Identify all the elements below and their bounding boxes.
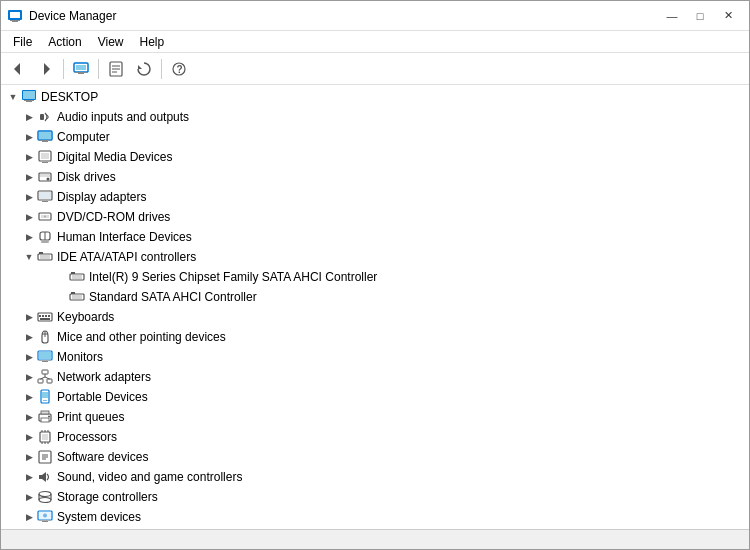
svg-rect-28	[42, 162, 48, 163]
desktop-label: DESKTOP	[41, 90, 98, 104]
expander-disk[interactable]: ▶	[21, 169, 37, 185]
tree-row-disk[interactable]: ▶ Disk drives	[1, 167, 749, 187]
computer-icon	[73, 61, 89, 77]
tree-row-software[interactable]: ▶ Software devices	[1, 447, 749, 467]
portable-icon	[37, 389, 53, 405]
tree-row-dvd[interactable]: ▶ DVD/CD-ROM drives	[1, 207, 749, 227]
help-icon: ?	[171, 61, 187, 77]
tree-row-desktop[interactable]: ▼ DESKTOP	[1, 87, 749, 107]
properties-button[interactable]	[103, 57, 129, 81]
svg-rect-33	[39, 192, 51, 199]
minimize-button[interactable]: —	[659, 6, 685, 26]
expander-digital-media[interactable]: ▶	[21, 149, 37, 165]
expander-dvd[interactable]: ▶	[21, 209, 37, 225]
tree-row-processors[interactable]: ▶ Processors	[1, 427, 749, 447]
hid-icon	[37, 229, 53, 245]
tree-row-print[interactable]: ▶ Print queues	[1, 407, 749, 427]
digital-media-icon	[37, 149, 53, 165]
maximize-button[interactable]: □	[687, 6, 713, 26]
network-icon	[37, 369, 53, 385]
tree-row-storage[interactable]: ▶ Storage controllers	[1, 487, 749, 507]
svg-marker-92	[42, 472, 46, 482]
keyboard-label: Keyboards	[57, 310, 114, 324]
update-button[interactable]	[131, 57, 157, 81]
display-label: Display adapters	[57, 190, 146, 204]
tree-row-hid[interactable]: ▶ Human Interface Devices	[1, 227, 749, 247]
svg-rect-42	[38, 254, 52, 260]
expander-sound[interactable]: ▶	[21, 469, 37, 485]
monitors-label: Monitors	[57, 350, 103, 364]
expander-print[interactable]: ▶	[21, 409, 37, 425]
audio-icon	[37, 109, 53, 125]
expander-monitors[interactable]: ▶	[21, 349, 37, 365]
print-label: Print queues	[57, 410, 124, 424]
svg-rect-46	[70, 274, 84, 280]
tree-row-intel-sata[interactable]: ▶ Intel(R) 9 Series Chipset Family SATA …	[1, 267, 749, 287]
sata-controller-icon	[69, 269, 85, 285]
network-label: Network adapters	[57, 370, 151, 384]
tree-row-network[interactable]: ▶ Network adapters	[1, 367, 749, 387]
expander-network[interactable]: ▶	[21, 369, 37, 385]
svg-rect-57	[45, 315, 47, 317]
monitor-icon	[37, 349, 53, 365]
svg-rect-68	[47, 379, 52, 383]
tree-row-keyboard[interactable]: ▶ Keyboards	[1, 307, 749, 327]
tree-row-portable[interactable]: ▶ Portable Devices	[1, 387, 749, 407]
svg-point-96	[39, 498, 51, 503]
svg-rect-55	[39, 315, 41, 317]
svg-rect-53	[71, 292, 75, 294]
hid-label: Human Interface Devices	[57, 230, 192, 244]
tree-area[interactable]: ▼ DESKTOP ▶	[1, 85, 749, 529]
expander-processors[interactable]: ▶	[21, 429, 37, 445]
tree-row-monitors[interactable]: ▶ Monitors	[1, 347, 749, 367]
processors-label: Processors	[57, 430, 117, 444]
toolbar-separator-2	[98, 59, 99, 79]
tree-row-computer[interactable]: ▶ Computer	[1, 127, 749, 147]
expander-portable[interactable]: ▶	[21, 389, 37, 405]
svg-rect-2	[12, 21, 18, 22]
svg-rect-76	[41, 411, 49, 414]
svg-rect-1	[10, 12, 20, 18]
toolbar: ?	[1, 53, 749, 85]
help-button[interactable]: ?	[166, 57, 192, 81]
toolbar-separator-1	[63, 59, 64, 79]
close-button[interactable]: ✕	[715, 6, 741, 26]
expander-ide[interactable]: ▼	[21, 249, 37, 265]
svg-rect-66	[42, 370, 48, 374]
tree-row-ide[interactable]: ▼ IDE ATA/ATAPI controllers	[1, 247, 749, 267]
disk-label: Disk drives	[57, 170, 116, 184]
menu-file[interactable]: File	[5, 33, 40, 51]
storage-label: Storage controllers	[57, 490, 158, 504]
computer-label: Computer	[57, 130, 110, 144]
menu-action[interactable]: Action	[40, 33, 89, 51]
expander-audio[interactable]: ▶	[21, 109, 37, 125]
svg-rect-8	[78, 73, 84, 74]
expander-software[interactable]: ▶	[21, 449, 37, 465]
menu-help[interactable]: Help	[132, 33, 173, 51]
tree-row-system[interactable]: ▶ System devices	[1, 507, 749, 527]
expander-storage[interactable]: ▶	[21, 489, 37, 505]
keyboard-icon	[37, 309, 53, 325]
expander-display[interactable]: ▶	[21, 189, 37, 205]
menu-view[interactable]: View	[90, 33, 132, 51]
tree-row-mice[interactable]: ▶ Mice and other pointing devices	[1, 327, 749, 347]
expander-keyboard[interactable]: ▶	[21, 309, 37, 325]
back-button[interactable]	[5, 57, 31, 81]
expander-computer[interactable]: ▶	[21, 129, 37, 145]
svg-rect-50	[70, 294, 84, 300]
expander-desktop[interactable]: ▼	[5, 89, 21, 105]
expander-system[interactable]: ▶	[21, 509, 37, 525]
tree-row-audio[interactable]: ▶ Audio inputs and outputs	[1, 107, 749, 127]
disk-icon	[37, 169, 53, 185]
computer-button[interactable]	[68, 57, 94, 81]
expander-mice[interactable]: ▶	[21, 329, 37, 345]
forward-button[interactable]	[33, 57, 59, 81]
expander-hid[interactable]: ▶	[21, 229, 37, 245]
window-title: Device Manager	[29, 9, 116, 23]
tree-row-standard-sata[interactable]: ▶ Standard SATA AHCI Controller	[1, 287, 749, 307]
tree-row-display[interactable]: ▶ Display adapters	[1, 187, 749, 207]
software-label: Software devices	[57, 450, 148, 464]
tree-row-digital-media[interactable]: ▶ Digital Media Devices	[1, 147, 749, 167]
tree-row-sound[interactable]: ▶ Sound, video and game controllers	[1, 467, 749, 487]
svg-rect-64	[42, 361, 48, 362]
